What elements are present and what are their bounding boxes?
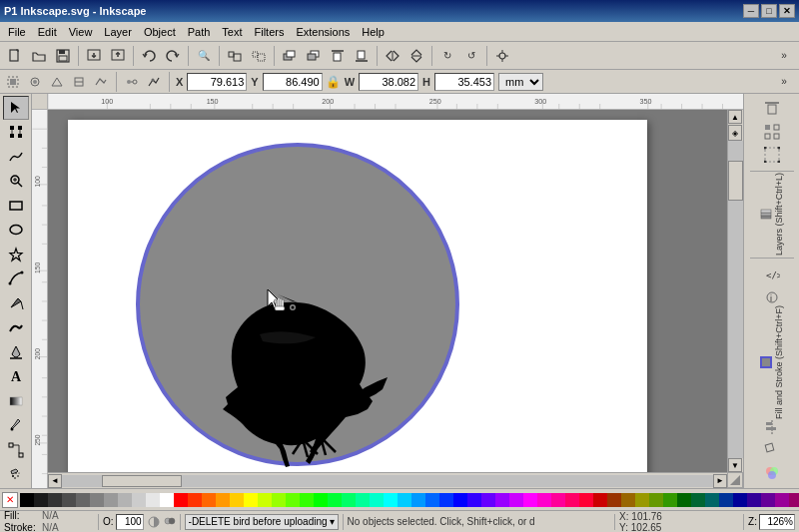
no-color-swatch[interactable]: ✕ — [2, 492, 18, 508]
snap-bbox-button[interactable] — [761, 144, 783, 166]
color-swatch[interactable] — [467, 493, 481, 507]
redo-button[interactable] — [162, 45, 184, 67]
snap-button[interactable] — [491, 45, 513, 67]
y-input[interactable] — [263, 73, 323, 91]
text-tool[interactable]: A — [3, 365, 29, 389]
color-swatch[interactable] — [20, 493, 34, 507]
color-swatch[interactable] — [607, 493, 621, 507]
color-swatch[interactable] — [453, 493, 467, 507]
zoom-tool[interactable] — [3, 170, 29, 194]
v-scroll-track[interactable] — [728, 141, 743, 458]
xml-editor-button[interactable]: </> — [761, 264, 783, 285]
group-button[interactable] — [224, 45, 246, 67]
tweak-tool[interactable] — [3, 145, 29, 169]
color-swatch[interactable] — [34, 493, 48, 507]
color-swatch[interactable] — [495, 493, 509, 507]
color-swatch[interactable] — [272, 493, 286, 507]
snap-indicator4[interactable] — [70, 73, 88, 91]
color-swatch[interactable] — [398, 493, 411, 507]
close-button[interactable]: ✕ — [779, 4, 795, 18]
color-swatch[interactable] — [356, 493, 370, 507]
raise-button[interactable] — [279, 45, 301, 67]
snap-indicator3[interactable] — [48, 73, 66, 91]
v-scroll-expand[interactable]: ◈ — [728, 125, 742, 141]
menu-filters[interactable]: Filters — [249, 24, 291, 40]
color-swatch[interactable] — [565, 493, 579, 507]
color-swatch[interactable] — [579, 493, 593, 507]
snap-top-button[interactable] — [761, 98, 783, 120]
color-swatch[interactable] — [761, 493, 775, 507]
bird-drawing[interactable] — [68, 120, 647, 484]
flip-v-button[interactable] — [405, 45, 427, 67]
color-swatch[interactable] — [509, 493, 523, 507]
maximize-button[interactable]: □ — [761, 4, 777, 18]
horizontal-scrollbar[interactable]: ◄ ► — [48, 472, 727, 488]
color-swatch[interactable] — [425, 493, 439, 507]
zoom-in-button[interactable]: 🔍 — [193, 45, 215, 67]
lower-bottom-button[interactable] — [351, 45, 373, 67]
color-swatch[interactable] — [635, 493, 649, 507]
color-swatch[interactable] — [481, 493, 495, 507]
menu-extensions[interactable]: Extensions — [290, 24, 356, 40]
layer-dropdown[interactable]: -DELETE bird before uploading ▾ — [185, 514, 339, 530]
color-swatch[interactable] — [118, 493, 132, 507]
color-swatch[interactable] — [202, 493, 216, 507]
color-swatch[interactable] — [663, 493, 677, 507]
color-swatch[interactable] — [649, 493, 663, 507]
vertical-scrollbar[interactable]: ▲ ◈ ▼ — [727, 110, 743, 472]
color-swatch[interactable] — [314, 493, 328, 507]
menu-object[interactable]: Object — [138, 24, 182, 40]
h-scroll-left[interactable]: ◄ — [48, 474, 62, 488]
color-swatch[interactable] — [342, 493, 356, 507]
dropper-tool[interactable] — [3, 414, 29, 438]
color-swatch[interactable] — [258, 493, 272, 507]
raise-top-button[interactable] — [327, 45, 349, 67]
color-manage-button[interactable] — [761, 462, 783, 484]
color-swatch[interactable] — [775, 493, 789, 507]
rotate-cw-button[interactable]: ↻ — [436, 45, 458, 67]
color-swatch[interactable] — [733, 493, 747, 507]
w-input[interactable] — [359, 73, 418, 91]
color-swatch[interactable] — [621, 493, 635, 507]
color-swatch[interactable] — [76, 493, 90, 507]
circle-tool[interactable] — [3, 219, 29, 243]
opacity-input[interactable] — [116, 514, 144, 530]
color-swatch[interactable] — [244, 493, 258, 507]
canvas-area[interactable]: ▲ ◈ ▼ ◄ ► — [48, 110, 743, 488]
color-swatch[interactable] — [705, 493, 719, 507]
color-swatch[interactable] — [439, 493, 453, 507]
ungroup-button[interactable] — [248, 45, 270, 67]
color-swatch[interactable] — [719, 493, 733, 507]
menu-view[interactable]: View — [63, 24, 99, 40]
star-tool[interactable] — [3, 243, 29, 266]
color-swatch[interactable] — [230, 493, 244, 507]
color-swatch[interactable] — [132, 493, 146, 507]
color-swatch[interactable] — [691, 493, 705, 507]
color-swatch[interactable] — [789, 493, 799, 507]
pencil-tool[interactable] — [3, 267, 29, 291]
color-swatch[interactable] — [62, 493, 76, 507]
undo-button[interactable] — [138, 45, 160, 67]
open-button[interactable] — [28, 45, 50, 67]
coord-more-button[interactable]: » — [773, 71, 795, 93]
v-scroll-thumb[interactable] — [728, 161, 743, 201]
color-swatch[interactable] — [90, 493, 104, 507]
transform-button[interactable] — [761, 439, 783, 461]
color-swatch[interactable] — [384, 493, 398, 507]
connector-tool[interactable] — [3, 438, 29, 462]
menu-edit[interactable]: Edit — [32, 24, 63, 40]
gradient-tool[interactable] — [3, 389, 29, 413]
opacity-icon[interactable] — [146, 514, 162, 530]
color-swatch[interactable] — [216, 493, 230, 507]
color-swatch[interactable] — [370, 493, 384, 507]
snap-indicator6[interactable] — [123, 73, 141, 91]
h-scroll-right[interactable]: ► — [713, 474, 727, 488]
menu-file[interactable]: File — [2, 24, 32, 40]
node-edit-tool[interactable] — [3, 121, 29, 145]
color-swatch[interactable] — [48, 493, 62, 507]
lock-icon[interactable]: 🔒 — [327, 73, 341, 91]
calligraphy-tool[interactable] — [3, 316, 29, 340]
save-button[interactable] — [52, 45, 74, 67]
color-swatch[interactable] — [174, 493, 188, 507]
new-button[interactable] — [4, 45, 26, 67]
